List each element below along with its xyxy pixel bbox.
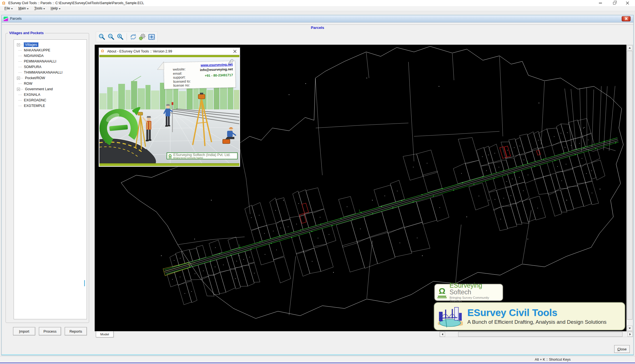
process-button[interactable]: Process [39, 327, 61, 335]
tree-label[interactable]: Pocket/ROW [24, 76, 46, 80]
company-tagline: Bringing Survey Community Together [173, 157, 230, 159]
zoom-extents-button[interactable] [98, 33, 106, 41]
about-field-labels: website: email: support: licensed to: li… [173, 67, 191, 88]
parcels-window-title: Parcels [10, 17, 22, 21]
tree-node-village[interactable]: MAKANAKUPPE [14, 47, 87, 53]
tree-node-govland[interactable]: EXGROADNC [14, 97, 87, 103]
esurvey-civil-tools-badge: ESurvey Civil Tools A Bunch of Efficient… [434, 302, 625, 330]
status-bar: Alt + K :: Shortcut Keys [0, 356, 635, 363]
restore-icon [613, 2, 616, 4]
tree-label[interactable]: MAKANAKUPPE [23, 48, 51, 52]
collapse-icon[interactable] [17, 88, 20, 91]
tree-label[interactable]: Villages [24, 42, 38, 47]
tree-node-government-land[interactable]: Government Land [14, 86, 87, 92]
menu-tools[interactable]: Tools [32, 6, 47, 11]
omega-icon: Ω [101, 49, 104, 53]
chevron-down-icon [43, 8, 45, 9]
menu-help-label: Help [51, 6, 58, 10]
scroll-left-button[interactable] [440, 332, 445, 337]
import-button[interactable]: Import [13, 327, 35, 335]
bottom-accent-line [0, 363, 635, 363]
scroll-down-button[interactable] [627, 326, 633, 331]
about-splash-image: website: email: support: licensed to: li… [99, 58, 239, 164]
restore-button[interactable] [609, 0, 619, 6]
page-title: Parcels [2, 26, 633, 30]
brand-secondary: Softech [450, 288, 471, 296]
zoom-out-icon [107, 33, 115, 41]
parcels-close-button[interactable] [622, 16, 631, 21]
tree-connector [18, 56, 22, 56]
zoom-out-button[interactable] [107, 33, 115, 41]
support-label: support: [173, 75, 191, 80]
tree-node-govland[interactable]: EXGNALA [14, 92, 87, 97]
zoom-in-button[interactable] [116, 33, 124, 41]
cad-view-button[interactable] [147, 33, 156, 41]
website-link[interactable]: www.esurveying.net [200, 62, 233, 67]
model-tab[interactable]: Model [96, 331, 114, 337]
tree-label[interactable]: EXGROADNC [23, 98, 47, 102]
about-close-button[interactable] [232, 49, 238, 54]
arrow-right-icon [629, 333, 631, 335]
refresh-icon [129, 33, 137, 41]
import-button-label: Import [19, 329, 29, 333]
tree-label[interactable]: EXGNALA [23, 92, 41, 97]
tree-node-govland[interactable]: EXGTEMPLE [14, 103, 87, 109]
tree-node-row[interactable]: ROW [14, 81, 87, 86]
toolbar-separator [127, 33, 127, 41]
collapse-icon[interactable] [17, 77, 20, 80]
tree-label[interactable]: PEMMAMANAHALLI [23, 59, 57, 64]
process-button-label: Process [44, 329, 57, 333]
about-titlebar[interactable]: Ω About - ESurvey Civil Tools :: Version… [99, 48, 240, 55]
divider [2, 24, 633, 25]
about-green-bar [99, 55, 239, 57]
tree-label[interactable]: NIDAVANDA [23, 54, 45, 58]
zoom-in-icon [117, 33, 124, 41]
villages-tree[interactable]: Villages MAKANAKUPPE NIDAVANDA PEMMAMANA… [14, 39, 87, 319]
tree-node-village[interactable]: SOMPURA [14, 64, 87, 70]
tree-node-village[interactable]: NIDAVANDA [14, 53, 87, 59]
tree-node-villages[interactable]: Villages [14, 42, 87, 47]
settings-button[interactable] [138, 33, 147, 41]
parcels-window: Parcels Parcels Villages and Pockets Vil… [1, 15, 634, 355]
map-vertical-scrollbar[interactable] [626, 45, 633, 331]
tree-node-village[interactable]: PEMMAMANAHALLI [14, 59, 87, 64]
tree-connector [18, 95, 22, 95]
close-icon [233, 50, 237, 53]
app-window: Ω ESurvey Civil Tools :: Parcels :: C:\E… [0, 0, 635, 364]
company-name: ESurveying Softech (India) Pvt. Ltd. [173, 153, 230, 157]
horizontal-scroll-thumb[interactable] [458, 332, 623, 337]
esurveying-softech-badge: Ω ESurveying Softech Bringing Survey Com… [435, 284, 503, 301]
tree-connector [18, 100, 22, 101]
parcels-window-icon [4, 17, 8, 21]
close-window-button[interactable] [623, 0, 632, 6]
minimize-button[interactable] [596, 0, 605, 6]
arrow-down-icon [629, 328, 631, 329]
tree-connector [18, 61, 22, 62]
app-omega-icon: Ω [2, 1, 5, 6]
vertical-scroll-thumb[interactable] [627, 51, 633, 320]
tree-connector [18, 50, 22, 51]
shortcut-hint: Alt + K :: Shortcut Keys [535, 358, 571, 362]
about-green-bar-bottom [99, 163, 239, 166]
parcels-titlebar[interactable]: Parcels [2, 15, 633, 22]
tree-label[interactable]: Government Land [24, 87, 54, 91]
map-horizontal-scrollbar[interactable] [440, 332, 633, 337]
scroll-right-button[interactable] [628, 332, 633, 337]
tree-node-village[interactable]: THIMMANAIKANAHALLI [14, 70, 87, 75]
collapse-icon[interactable] [17, 43, 20, 46]
tree-label[interactable]: SOMPURA [23, 65, 42, 69]
menu-main[interactable]: Main [16, 6, 31, 11]
menu-help[interactable]: Help [48, 6, 63, 11]
scroll-up-button[interactable] [627, 45, 633, 50]
reports-button[interactable]: Reports [65, 327, 87, 335]
refresh-button[interactable] [129, 33, 137, 41]
tree-label[interactable]: EXGTEMPLE [23, 104, 46, 108]
main-titlebar: Ω ESurvey Civil Tools :: Parcels :: C:\E… [0, 0, 635, 6]
tree-label[interactable]: THIMMANAIKANAHALLI [23, 70, 64, 75]
about-dialog: Ω About - ESurvey Civil Tools :: Version… [99, 47, 240, 167]
tree-label[interactable]: ROW [23, 81, 34, 86]
menu-file[interactable]: File [2, 6, 15, 11]
tree-node-pocket-row[interactable]: Pocket/ROW [14, 75, 87, 81]
close-button[interactable]: Close [614, 345, 630, 353]
tree-connector [18, 67, 22, 67]
